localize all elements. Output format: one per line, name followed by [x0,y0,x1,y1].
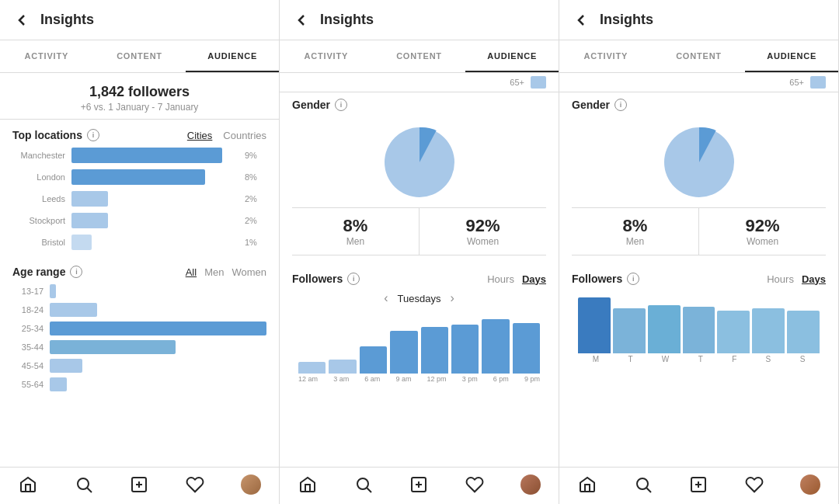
w-bar-M [578,297,611,353]
profile-avatar-1[interactable] [241,474,261,495]
age-label-5: 55-64 [12,380,44,389]
svg-line-1 [87,488,92,492]
age-toggle-all[interactable]: All [186,266,197,278]
countries-toggle[interactable]: Countries [223,130,266,141]
bar-row-stockport: Stockport 2% [12,213,266,228]
followers-header-2: Followers i Hours Days [292,273,546,285]
back-button-2[interactable] [292,11,311,30]
add-icon-3[interactable] [688,474,708,495]
age-65-bar-2 [531,76,546,89]
prev-day-2[interactable]: ‹ [384,291,388,305]
week-label-T2: T [698,355,703,363]
profile-avatar-3[interactable] [800,474,820,495]
hour-label-0: 12 am [298,375,318,383]
tab-audience-3[interactable]: AUDIENCE [745,40,838,72]
heart-icon-2[interactable] [465,474,485,495]
tab-activity-3[interactable]: ACTIVITY [559,40,653,72]
age-bar-fill-0 [50,284,56,298]
age-label-3: 35-44 [12,342,44,352]
age-65-label-3: 65+ [789,78,804,87]
age-bar-track-0 [50,284,266,298]
home-icon-2[interactable] [298,474,318,495]
bar-track-0 [71,148,238,163]
location-toggles: Cities Countries [187,130,266,141]
age-bar-track-2 [50,322,266,335]
days-toggle-2[interactable]: Days [522,273,546,285]
bar-row-leeds: Leeds 2% [12,191,266,207]
home-icon-1[interactable] [18,474,38,495]
heart-icon-1[interactable] [185,474,205,495]
hours-toggle-3[interactable]: Hours [767,273,794,285]
bar-label-4: Bristol [12,238,65,247]
bar-row-bristol: Bristol 1% [12,235,266,250]
w-bar-F [717,311,750,353]
age-range-info-icon[interactable]: i [70,266,82,278]
tab-audience-2[interactable]: AUDIENCE [465,40,559,72]
age-row-45-54: 45-54 [12,359,266,373]
days-toggle-3[interactable]: Days [802,273,826,285]
gender-men-2: 8% Men [292,208,420,255]
back-button-1[interactable] [12,11,31,30]
search-icon-1[interactable] [74,474,94,495]
v-bar-4 [421,327,448,374]
tab-content-3[interactable]: CONTENT [653,40,746,72]
search-icon-3[interactable] [633,474,653,495]
next-day-2[interactable]: › [450,291,454,305]
v-bar-5 [451,325,479,374]
v-bar-col-7 [513,311,540,374]
search-icon-2[interactable] [353,474,374,495]
age-bar-fill-4 [50,359,82,373]
hours-toggle-2[interactable]: Hours [487,273,514,285]
home-icon-3[interactable] [577,474,597,495]
v-bar-col-5 [451,311,479,374]
add-icon-2[interactable] [409,474,429,495]
age-bar-fill-3 [50,340,176,354]
bar-track-2 [71,191,238,207]
hour-label-7: 9 pm [524,375,540,383]
men-pct-2: 8% [292,216,419,236]
followers-date: +6 vs. 1 January - 7 January [0,102,279,113]
gender-section-3: Gender i 8% Men 92% Women [559,92,838,265]
top-locations-info-icon[interactable]: i [87,129,99,141]
tab-activity-1[interactable]: ACTIVITY [0,40,93,72]
profile-avatar-2[interactable] [520,474,541,495]
w-bar-col-S2 [787,291,820,353]
age-range-header: Age range i All Men Women [12,266,266,278]
week-label-M: M [593,355,599,363]
tab-content-1[interactable]: CONTENT [93,40,186,72]
followers-section-2: Followers i Hours Days ‹ Tuesdays › [280,265,559,388]
gender-info-icon-2[interactable]: i [335,99,347,111]
heart-icon-3[interactable] [744,474,764,495]
page-title-3: Insights [600,12,653,28]
cities-toggle[interactable]: Cities [187,130,213,141]
followers-info-icon-2[interactable]: i [347,273,360,285]
gender-info-icon-3[interactable]: i [614,99,627,111]
v-bar-3 [390,331,417,374]
age-label-1: 18-24 [12,305,44,315]
w-bar-col-F [717,291,750,353]
gender-men-3: 8% Men [572,208,699,255]
v-bar-col-1 [329,311,356,374]
hour-label-1: 3 am [333,375,349,383]
followers-info-icon-3[interactable]: i [627,273,639,285]
age-65-bar-3 [810,76,826,89]
hour-label-6: 6 pm [493,375,509,383]
tab-content-2[interactable]: CONTENT [373,40,466,72]
bar-label-0: Manchester [12,151,65,160]
tab-activity-2[interactable]: ACTIVITY [280,40,373,72]
women-pct-3: 92% [699,216,826,236]
bar-label-2: Leeds [12,194,65,203]
add-icon-1[interactable] [129,474,149,495]
tabs-3: ACTIVITY CONTENT AUDIENCE [559,40,838,73]
v-bar-1 [329,360,356,374]
age-bar-chart: 13-17 18-24 25-34 35-44 [12,284,266,391]
tab-audience-1[interactable]: AUDIENCE [186,40,279,72]
bar-track-4 [71,235,238,250]
v-bar-0 [298,362,326,374]
w-bar-col-M [578,291,611,353]
bottom-nav-1 [0,467,279,504]
back-button-3[interactable] [572,11,590,30]
age-toggle-men[interactable]: Men [204,266,224,278]
age-toggle-women[interactable]: Women [232,266,266,278]
age-row-18-24: 18-24 [12,303,266,317]
